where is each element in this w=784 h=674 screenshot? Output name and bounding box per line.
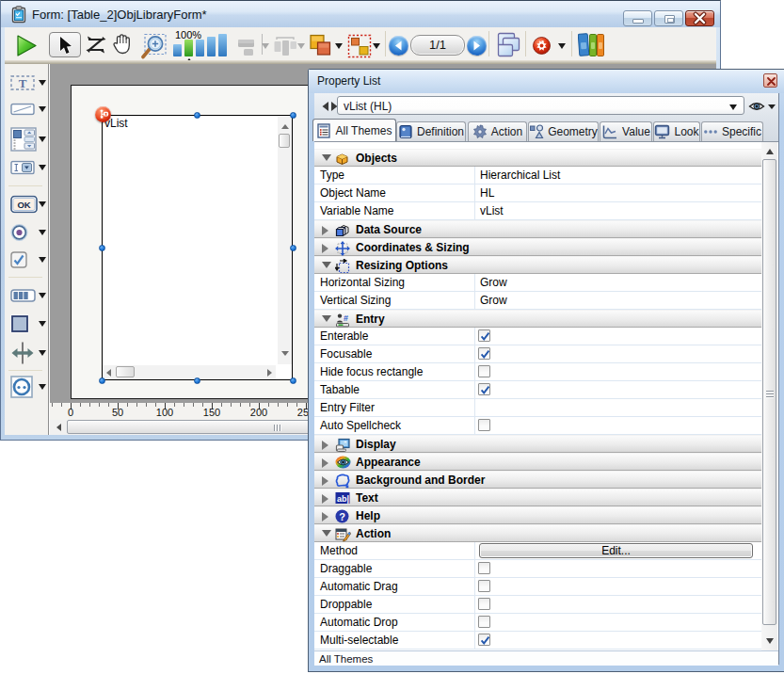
close-button[interactable] [685, 10, 714, 26]
line-tool[interactable] [5, 96, 48, 122]
object-method-badge[interactable] [95, 106, 111, 122]
section-appearance[interactable]: Appearance [314, 453, 761, 471]
zoom-bar-3[interactable] [196, 40, 204, 56]
scroll-up-icon[interactable] [281, 124, 289, 129]
tab-action[interactable]: Action [468, 121, 527, 141]
plug-in-area-dropdown-icon[interactable] [39, 384, 46, 390]
text-dropdown-icon[interactable] [39, 80, 46, 86]
run-form-button[interactable] [15, 34, 39, 57]
checkbox-droppable-unchecked[interactable] [478, 598, 490, 610]
radio-button-tool[interactable] [5, 219, 48, 246]
scroll-left-icon[interactable] [106, 369, 111, 377]
tab-geometry[interactable]: Geometry [528, 121, 599, 141]
tab-look[interactable]: Look [653, 121, 700, 141]
section-data-source[interactable]: Data Source [314, 220, 761, 238]
property-value[interactable]: vList [480, 204, 504, 217]
scroll-down-icon[interactable] [766, 638, 774, 644]
selection-handle[interactable] [290, 112, 296, 119]
checkbox-automatic-drop-unchecked[interactable] [478, 616, 490, 628]
plug-in-area-tool[interactable] [5, 374, 48, 400]
group-dropdown-icon[interactable] [373, 43, 380, 49]
method-edit-button[interactable]: Edit... [479, 543, 753, 558]
line-dropdown-icon[interactable] [39, 106, 46, 112]
object-horizontal-scrollbar[interactable] [103, 365, 276, 379]
hierarchical-list-object[interactable]: vList [102, 115, 293, 380]
show-hide-options-button[interactable] [748, 99, 776, 114]
section-coordinates-sizing[interactable]: Coordinates & Sizing [314, 238, 761, 256]
property-grid-scroll-thumb[interactable] [762, 159, 776, 625]
distribute-dropdown-icon[interactable] [297, 43, 305, 49]
selection-handle[interactable] [194, 112, 200, 119]
property-grid-scrollbar[interactable] [761, 142, 777, 650]
splitter-tool[interactable] [5, 340, 48, 366]
property-value[interactable]: HL [480, 186, 494, 200]
section-text[interactable]: ab|Text [314, 489, 761, 506]
group-tool[interactable] [347, 34, 372, 58]
minimize-button[interactable] [623, 10, 652, 26]
check-box-tool[interactable] [5, 247, 48, 273]
select-arrow-tool-selected[interactable] [49, 32, 81, 57]
property-value-cell[interactable] [474, 578, 760, 595]
property-value[interactable]: Grow [480, 294, 507, 307]
property-value-cell[interactable] [474, 328, 760, 345]
checkbox-focusable-checked[interactable] [478, 347, 490, 360]
zoom-bar-4[interactable] [207, 37, 216, 56]
distribute-tool-disabled[interactable] [273, 36, 297, 58]
property-value-cell[interactable] [474, 417, 760, 434]
zoom-bar-5[interactable] [218, 34, 227, 56]
section-display[interactable]: Display [314, 435, 761, 453]
property-value-cell[interactable]: vList [474, 202, 760, 219]
property-value-cell[interactable]: Edit... [474, 542, 760, 559]
property-value-cell[interactable]: HL [474, 185, 760, 201]
window-titlebar[interactable]: Form: [Table_2]ObjLibraryForm* [1, 1, 720, 27]
section-background-and-border[interactable]: Background and Border [314, 471, 761, 489]
tab-definition[interactable]: Definition [396, 121, 466, 141]
layering-dropdown-icon[interactable] [335, 43, 343, 49]
object-hscroll-thumb[interactable] [116, 366, 135, 377]
zoom-magnifier-tool[interactable] [139, 33, 167, 59]
layering-tool[interactable] [309, 34, 333, 58]
hierarchical-list-dropdown-icon[interactable] [39, 136, 46, 142]
maximize-button[interactable] [654, 10, 683, 26]
scroll-up-icon[interactable] [766, 149, 774, 154]
selection-handle[interactable] [99, 245, 105, 251]
section-action[interactable]: Action [314, 524, 761, 542]
scroll-right-icon[interactable] [267, 369, 272, 377]
tab-specific[interactable]: Specific [701, 121, 763, 141]
property-value-cell[interactable] [474, 363, 760, 380]
checkbox-auto-spellcheck-unchecked[interactable] [478, 419, 490, 431]
property-value-cell[interactable] [474, 399, 760, 416]
button-dropdown-icon[interactable] [39, 201, 46, 207]
section-objects[interactable]: Objects [314, 149, 761, 167]
checkbox-hide-focus-rectangle-unchecked[interactable] [478, 365, 490, 377]
property-value-cell[interactable]: Grow [474, 274, 760, 291]
scroll-left-icon[interactable] [56, 424, 61, 431]
property-value-cell[interactable] [474, 632, 760, 649]
property-value-cell[interactable] [474, 381, 760, 398]
zoom-level-bars[interactable] [173, 35, 230, 57]
button-grid-dropdown-icon[interactable] [39, 293, 46, 298]
checkbox-automatic-drag-unchecked[interactable] [478, 580, 490, 592]
property-value-cell[interactable] [474, 614, 760, 631]
checkbox-multi-selectable-checked[interactable] [478, 634, 490, 646]
checkbox-draggable-unchecked[interactable] [478, 562, 490, 574]
previous-page-button[interactable] [389, 36, 408, 56]
object-vertical-scrollbar[interactable] [278, 116, 292, 364]
splitter-dropdown-icon[interactable] [39, 350, 46, 356]
tab-all-themes[interactable]: All Themes [312, 119, 396, 141]
zoom-bar-1[interactable] [173, 44, 182, 56]
object-selector-dropdown[interactable]: vList (HL) [337, 96, 744, 115]
tab-value[interactable]: Value [600, 121, 652, 141]
form-properties-button[interactable] [533, 37, 551, 55]
selection-handle[interactable] [194, 377, 200, 384]
property-value-cell[interactable]: Hierarchical List [474, 167, 760, 184]
rectangle-dropdown-icon[interactable] [39, 321, 46, 327]
section-entry[interactable]: #Entry [314, 310, 761, 328]
object-vscroll-thumb[interactable] [279, 134, 290, 148]
next-page-button[interactable] [467, 36, 487, 56]
property-value[interactable]: Hierarchical List [480, 168, 560, 182]
section-help[interactable]: ?Help [314, 506, 761, 524]
hierarchical-list-tool[interactable] [5, 126, 48, 152]
combo-box-dropdown-icon[interactable] [39, 165, 46, 170]
library-button[interactable] [578, 33, 604, 56]
